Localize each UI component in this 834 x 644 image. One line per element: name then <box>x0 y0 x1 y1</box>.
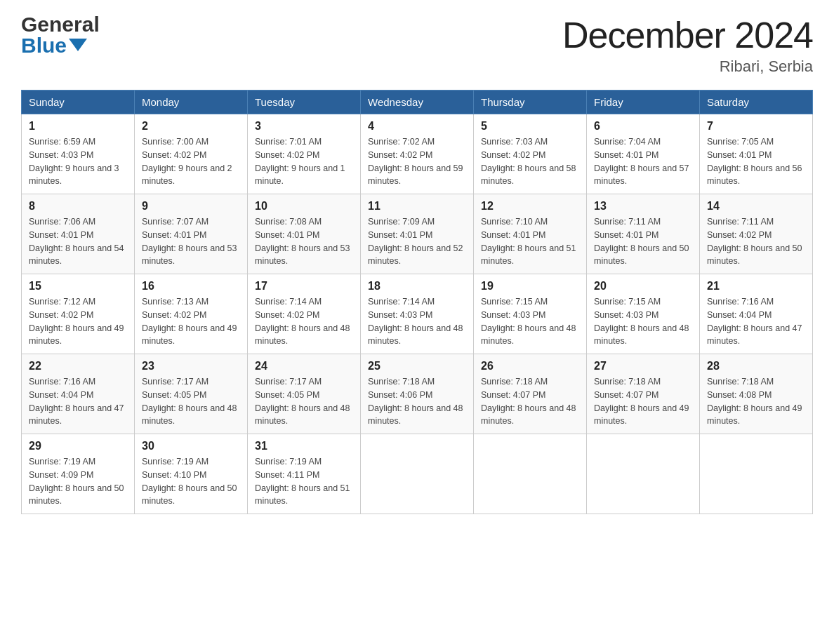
daylight-info: Daylight: 8 hours and 48 minutes. <box>255 322 353 349</box>
calendar-week-row: 1Sunrise: 6:59 AMSunset: 4:03 PMDaylight… <box>22 114 813 194</box>
sunrise-info: Sunrise: 7:06 AM <box>29 215 127 229</box>
table-row: 1Sunrise: 6:59 AMSunset: 4:03 PMDaylight… <box>22 114 135 194</box>
table-row: 6Sunrise: 7:04 AMSunset: 4:01 PMDaylight… <box>587 114 700 194</box>
daylight-info: Daylight: 9 hours and 1 minute. <box>255 162 353 189</box>
sunset-info: Sunset: 4:03 PM <box>481 309 579 322</box>
daylight-info: Daylight: 8 hours and 48 minutes. <box>255 402 353 429</box>
day-number: 11 <box>368 200 466 213</box>
day-info: Sunrise: 7:17 AMSunset: 4:05 PMDaylight:… <box>255 375 353 428</box>
table-row: 30Sunrise: 7:19 AMSunset: 4:10 PMDayligh… <box>135 434 248 514</box>
sunrise-info: Sunrise: 7:19 AM <box>255 455 353 469</box>
sunset-info: Sunset: 4:01 PM <box>594 149 692 162</box>
sunset-info: Sunset: 4:07 PM <box>594 389 692 402</box>
day-info: Sunrise: 7:10 AMSunset: 4:01 PMDaylight:… <box>481 215 579 268</box>
day-info: Sunrise: 7:11 AMSunset: 4:01 PMDaylight:… <box>594 215 692 268</box>
day-info: Sunrise: 7:18 AMSunset: 4:08 PMDaylight:… <box>707 375 805 428</box>
sunset-info: Sunset: 4:10 PM <box>142 469 240 482</box>
sunset-info: Sunset: 4:01 PM <box>255 229 353 242</box>
daylight-info: Daylight: 8 hours and 52 minutes. <box>368 242 466 269</box>
day-info: Sunrise: 7:18 AMSunset: 4:07 PMDaylight:… <box>594 375 692 428</box>
sunset-info: Sunset: 4:01 PM <box>481 229 579 242</box>
day-number: 19 <box>481 280 579 293</box>
calendar-week-row: 8Sunrise: 7:06 AMSunset: 4:01 PMDaylight… <box>22 194 813 274</box>
day-info: Sunrise: 7:19 AMSunset: 4:10 PMDaylight:… <box>142 455 240 508</box>
daylight-info: Daylight: 9 hours and 3 minutes. <box>29 162 127 189</box>
daylight-info: Daylight: 8 hours and 48 minutes. <box>594 322 692 349</box>
sunset-info: Sunset: 4:04 PM <box>707 309 805 322</box>
day-info: Sunrise: 7:18 AMSunset: 4:07 PMDaylight:… <box>481 375 579 428</box>
sunrise-info: Sunrise: 7:18 AM <box>594 375 692 389</box>
sunset-info: Sunset: 4:01 PM <box>707 149 805 162</box>
sunrise-info: Sunrise: 7:15 AM <box>594 295 692 309</box>
page-header: General Blue December 2024 Ribari, Serbi… <box>21 14 813 76</box>
sunrise-info: Sunrise: 7:14 AM <box>255 295 353 309</box>
sunset-info: Sunset: 4:05 PM <box>255 389 353 402</box>
table-row: 17Sunrise: 7:14 AMSunset: 4:02 PMDayligh… <box>248 274 361 354</box>
day-info: Sunrise: 7:03 AMSunset: 4:02 PMDaylight:… <box>481 135 579 188</box>
sunrise-info: Sunrise: 7:18 AM <box>707 375 805 389</box>
col-tuesday: Tuesday <box>248 90 361 114</box>
sunrise-info: Sunrise: 7:17 AM <box>142 375 240 389</box>
day-info: Sunrise: 7:16 AMSunset: 4:04 PMDaylight:… <box>707 295 805 348</box>
table-row: 11Sunrise: 7:09 AMSunset: 4:01 PMDayligh… <box>361 194 474 274</box>
sunset-info: Sunset: 4:02 PM <box>142 309 240 322</box>
day-number: 9 <box>142 200 240 213</box>
location-label: Ribari, Serbia <box>562 58 813 76</box>
day-number: 12 <box>481 200 579 213</box>
table-row <box>587 434 700 514</box>
sunset-info: Sunset: 4:02 PM <box>142 149 240 162</box>
day-info: Sunrise: 6:59 AMSunset: 4:03 PMDaylight:… <box>29 135 127 188</box>
day-info: Sunrise: 7:15 AMSunset: 4:03 PMDaylight:… <box>594 295 692 348</box>
day-info: Sunrise: 7:08 AMSunset: 4:01 PMDaylight:… <box>255 215 353 268</box>
table-row: 7Sunrise: 7:05 AMSunset: 4:01 PMDaylight… <box>700 114 813 194</box>
title-area: December 2024 Ribari, Serbia <box>562 14 813 76</box>
sunset-info: Sunset: 4:01 PM <box>594 229 692 242</box>
day-number: 18 <box>368 280 466 293</box>
sunset-info: Sunset: 4:09 PM <box>29 469 127 482</box>
sunrise-info: Sunrise: 7:13 AM <box>142 295 240 309</box>
daylight-info: Daylight: 8 hours and 57 minutes. <box>594 162 692 189</box>
day-info: Sunrise: 7:09 AMSunset: 4:01 PMDaylight:… <box>368 215 466 268</box>
day-number: 4 <box>368 120 466 133</box>
daylight-info: Daylight: 8 hours and 50 minutes. <box>142 482 240 509</box>
sunrise-info: Sunrise: 7:03 AM <box>481 135 579 149</box>
daylight-info: Daylight: 8 hours and 48 minutes. <box>368 322 466 349</box>
sunrise-info: Sunrise: 7:05 AM <box>707 135 805 149</box>
table-row: 22Sunrise: 7:16 AMSunset: 4:04 PMDayligh… <box>22 354 135 434</box>
col-wednesday: Wednesday <box>361 90 474 114</box>
daylight-info: Daylight: 8 hours and 50 minutes. <box>594 242 692 269</box>
day-info: Sunrise: 7:14 AMSunset: 4:02 PMDaylight:… <box>255 295 353 348</box>
day-number: 28 <box>707 360 805 373</box>
daylight-info: Daylight: 8 hours and 47 minutes. <box>29 402 127 429</box>
table-row <box>361 434 474 514</box>
table-row: 4Sunrise: 7:02 AMSunset: 4:02 PMDaylight… <box>361 114 474 194</box>
day-info: Sunrise: 7:11 AMSunset: 4:02 PMDaylight:… <box>707 215 805 268</box>
col-friday: Friday <box>587 90 700 114</box>
sunset-info: Sunset: 4:03 PM <box>29 149 127 162</box>
sunrise-info: Sunrise: 7:08 AM <box>255 215 353 229</box>
calendar-header-row: Sunday Monday Tuesday Wednesday Thursday… <box>22 90 813 114</box>
day-info: Sunrise: 7:12 AMSunset: 4:02 PMDaylight:… <box>29 295 127 348</box>
day-number: 25 <box>368 360 466 373</box>
daylight-info: Daylight: 8 hours and 56 minutes. <box>707 162 805 189</box>
col-thursday: Thursday <box>474 90 587 114</box>
table-row: 21Sunrise: 7:16 AMSunset: 4:04 PMDayligh… <box>700 274 813 354</box>
daylight-info: Daylight: 8 hours and 50 minutes. <box>29 482 127 509</box>
sunrise-info: Sunrise: 7:14 AM <box>368 295 466 309</box>
day-number: 5 <box>481 120 579 133</box>
sunset-info: Sunset: 4:02 PM <box>481 149 579 162</box>
col-saturday: Saturday <box>700 90 813 114</box>
sunset-info: Sunset: 4:02 PM <box>29 309 127 322</box>
daylight-info: Daylight: 8 hours and 53 minutes. <box>255 242 353 269</box>
sunset-info: Sunset: 4:02 PM <box>707 229 805 242</box>
day-number: 31 <box>255 440 353 452</box>
logo-blue: Blue <box>21 35 100 56</box>
daylight-info: Daylight: 8 hours and 48 minutes. <box>368 402 466 429</box>
sunrise-info: Sunrise: 7:19 AM <box>142 455 240 469</box>
sunrise-info: Sunrise: 7:04 AM <box>594 135 692 149</box>
day-number: 10 <box>255 200 353 213</box>
table-row: 27Sunrise: 7:18 AMSunset: 4:07 PMDayligh… <box>587 354 700 434</box>
sunset-info: Sunset: 4:02 PM <box>255 149 353 162</box>
day-number: 1 <box>29 120 127 133</box>
sunrise-info: Sunrise: 7:18 AM <box>368 375 466 389</box>
